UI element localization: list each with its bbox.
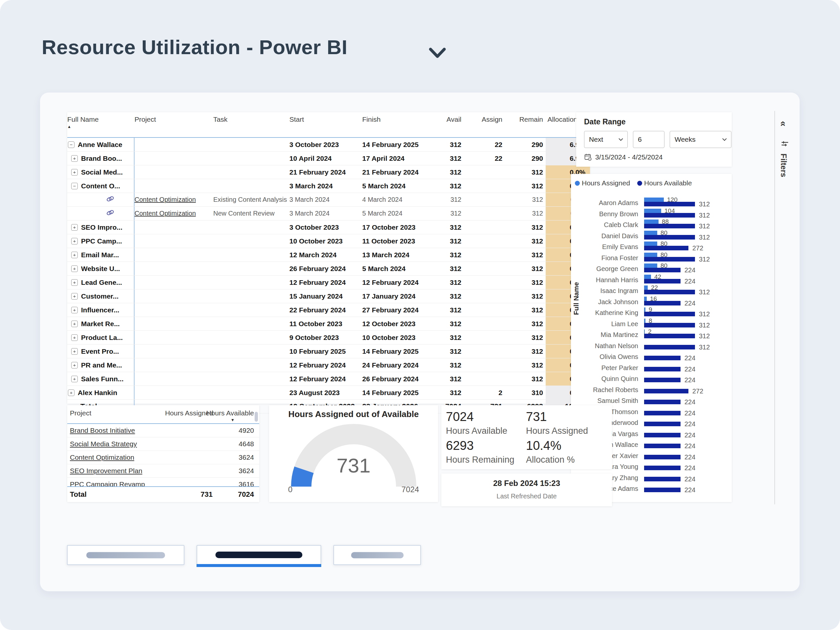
bar-row[interactable]: Liam Lee8312 bbox=[571, 318, 732, 329]
expand-icon[interactable]: + bbox=[71, 321, 78, 327]
bar-row[interactable]: Benny Brown104312 bbox=[571, 208, 732, 219]
matrix-row[interactable]: Content OptimizationNew Content Review3 … bbox=[67, 207, 590, 221]
matrix-col-avail[interactable]: Avail bbox=[435, 115, 464, 123]
bar-row[interactable]: Emily Evans80272 bbox=[571, 241, 732, 252]
matrix-row[interactable]: +Market Re...11 October 202312 October 2… bbox=[67, 317, 590, 331]
expand-icon[interactable]: + bbox=[71, 169, 78, 175]
col-hours-available[interactable]: Hours Available bbox=[206, 409, 254, 417]
expand-icon[interactable]: + bbox=[68, 390, 74, 396]
collapse-icon[interactable]: − bbox=[68, 141, 74, 148]
expand-icon[interactable]: + bbox=[71, 279, 78, 286]
bar-row[interactable]: George Green80224 bbox=[571, 263, 732, 274]
expand-icon[interactable]: + bbox=[71, 252, 78, 258]
matrix-row[interactable]: +Lead Gene...12 February 202412 February… bbox=[67, 276, 590, 289]
matrix-row[interactable]: +Sales Funn...12 February 202426 Februar… bbox=[67, 372, 590, 386]
bar-row[interactable]: Hannah Harris42224 bbox=[571, 274, 732, 285]
matrix-row[interactable]: −Anne Wallace3 October 202314 February 2… bbox=[67, 138, 590, 152]
bar-row[interactable]: Aaron Adams120312 bbox=[571, 197, 732, 208]
finish-cell: 13 March 2024 bbox=[362, 251, 435, 259]
page-tab-2-active[interactable] bbox=[197, 545, 321, 564]
matrix-row[interactable]: +Event Pro...10 February 202514 February… bbox=[67, 344, 590, 358]
project-table-row[interactable]: SEO Improvement Plan3624 bbox=[67, 464, 259, 478]
expand-icon[interactable]: + bbox=[71, 307, 78, 313]
bar-row[interactable]: Nathan Nelson312 bbox=[571, 340, 732, 351]
project-table-row[interactable]: PPC Campaign Revamp3616 bbox=[67, 478, 259, 487]
col-project[interactable]: Project bbox=[70, 409, 91, 417]
project-link[interactable]: Content Optimization bbox=[134, 196, 196, 203]
project-link[interactable]: PPC Campaign Revamp bbox=[70, 480, 145, 487]
matrix-row[interactable]: +SEO Impro...3 October 202317 October 20… bbox=[67, 221, 590, 234]
filters-pane-label[interactable]: Filters bbox=[779, 153, 788, 177]
matrix-row[interactable]: +Customer...15 January 202417 January 20… bbox=[67, 289, 590, 303]
matrix-row[interactable]: −Content O...3 March 20245 March 2024312… bbox=[67, 179, 590, 193]
project-link[interactable]: Brand Boost Initiative bbox=[70, 426, 135, 434]
filters-icon[interactable] bbox=[780, 140, 789, 149]
expand-icon[interactable]: + bbox=[71, 348, 78, 355]
kpi-label: Hours Remaining bbox=[446, 455, 515, 465]
matrix-col-fullname[interactable]: Full Name ▲ bbox=[67, 115, 134, 129]
bar-row[interactable]: Fiona Foster80312 bbox=[571, 252, 732, 263]
matrix-col-task[interactable]: Task bbox=[213, 115, 289, 123]
expand-icon[interactable]: + bbox=[71, 238, 78, 245]
task-link-icon[interactable] bbox=[106, 209, 115, 218]
project-link[interactable]: Social Media Strategy bbox=[70, 440, 137, 448]
bar-row[interactable]: Caleb Clark88312 bbox=[571, 219, 732, 230]
bar-row[interactable]: Jack Johnson16224 bbox=[571, 296, 732, 307]
project-table-row[interactable]: Brand Boost Initiative4920 bbox=[67, 424, 259, 437]
matrix-col-start[interactable]: Start bbox=[289, 115, 362, 123]
bar-row[interactable]: Daniel Davis80312 bbox=[571, 230, 732, 241]
matrix-row[interactable]: +Product La...9 October 202310 October 2… bbox=[67, 331, 590, 344]
period-dropdown[interactable]: Next bbox=[584, 131, 628, 148]
available-bar bbox=[644, 290, 695, 294]
matrix-row[interactable]: Content OptimizationExisting Content Ana… bbox=[67, 193, 590, 207]
matrix-row[interactable]: +PPC Camp...10 October 202311 October 20… bbox=[67, 234, 590, 248]
expand-icon[interactable]: + bbox=[71, 224, 78, 231]
matrix-col-assign[interactable]: Assign bbox=[464, 115, 505, 123]
matrix-row[interactable]: +Email Mar...12 March 202413 March 20243… bbox=[67, 248, 590, 262]
vertical-scrollbar[interactable] bbox=[255, 412, 258, 422]
project-link[interactable]: SEO Improvement Plan bbox=[70, 467, 142, 475]
expand-pane-icon[interactable]: « bbox=[778, 121, 789, 127]
row-name-cell: +Sales Funn... bbox=[67, 372, 134, 385]
bar-row[interactable]: Quinn Quinn224 bbox=[571, 373, 732, 384]
expand-icon[interactable]: + bbox=[71, 155, 78, 162]
hours-available-cell: 3624 bbox=[238, 453, 254, 461]
matrix-row[interactable]: +Social Med...21 February 202421 Februar… bbox=[67, 165, 590, 179]
bar-row[interactable]: Olivia Owens224 bbox=[571, 351, 732, 362]
expand-icon[interactable]: + bbox=[71, 334, 78, 341]
unit-dropdown[interactable]: Weeks bbox=[670, 131, 731, 148]
title-chevron-down-icon[interactable] bbox=[427, 46, 448, 61]
chevron-down-icon bbox=[722, 138, 727, 141]
matrix-col-remain[interactable]: Remain bbox=[505, 115, 546, 123]
matrix-col-project[interactable]: Project bbox=[134, 115, 213, 123]
matrix-row[interactable]: +Brand Boo...10 April 202417 April 20243… bbox=[67, 152, 590, 165]
row-name-cell: +Alex Hankin bbox=[67, 386, 134, 399]
bar-row[interactable]: Peter Parker224 bbox=[571, 362, 732, 373]
row-name-cell: +Social Med... bbox=[67, 165, 134, 179]
matrix-row[interactable]: +Website U...26 February 20245 March 202… bbox=[67, 262, 590, 276]
expand-icon[interactable]: + bbox=[71, 362, 78, 368]
bar-row[interactable]: Rachel Roberts272 bbox=[571, 384, 732, 395]
expand-icon[interactable]: + bbox=[71, 265, 78, 272]
legend-label-assigned[interactable]: Hours Assigned bbox=[582, 179, 630, 187]
bar-row[interactable]: Samuel Smith224 bbox=[571, 395, 732, 406]
expand-icon[interactable]: + bbox=[71, 293, 78, 300]
matrix-row[interactable]: +Influencer...22 February 202427 Februar… bbox=[67, 303, 590, 317]
bar-row[interactable]: Katherine King9312 bbox=[571, 307, 732, 318]
matrix-row[interactable]: +PR and Me...12 February 202424 February… bbox=[67, 358, 590, 372]
project-link[interactable]: Content Optimization bbox=[134, 210, 196, 217]
matrix-col-finish[interactable]: Finish bbox=[362, 115, 435, 123]
expand-icon[interactable]: + bbox=[71, 376, 78, 382]
task-link-icon[interactable] bbox=[106, 196, 115, 204]
project-link[interactable]: Content Optimization bbox=[70, 453, 134, 461]
matrix-row[interactable]: +Alex Hankin23 August 202314 February 20… bbox=[67, 386, 590, 399]
project-table-row[interactable]: Social Media Strategy4648 bbox=[67, 437, 259, 451]
bar-row[interactable]: Mia Martinez2312 bbox=[571, 329, 732, 340]
page-tab-1[interactable] bbox=[67, 545, 185, 565]
project-table-row[interactable]: Content Optimization3624 bbox=[67, 451, 259, 464]
legend-label-available[interactable]: Hours Available bbox=[644, 179, 692, 187]
collapse-icon[interactable]: − bbox=[71, 183, 78, 189]
bar-row[interactable]: Isaac Ingram22312 bbox=[571, 285, 732, 296]
page-tab-3[interactable] bbox=[333, 545, 421, 565]
period-count-input[interactable]: 6 bbox=[633, 131, 665, 148]
